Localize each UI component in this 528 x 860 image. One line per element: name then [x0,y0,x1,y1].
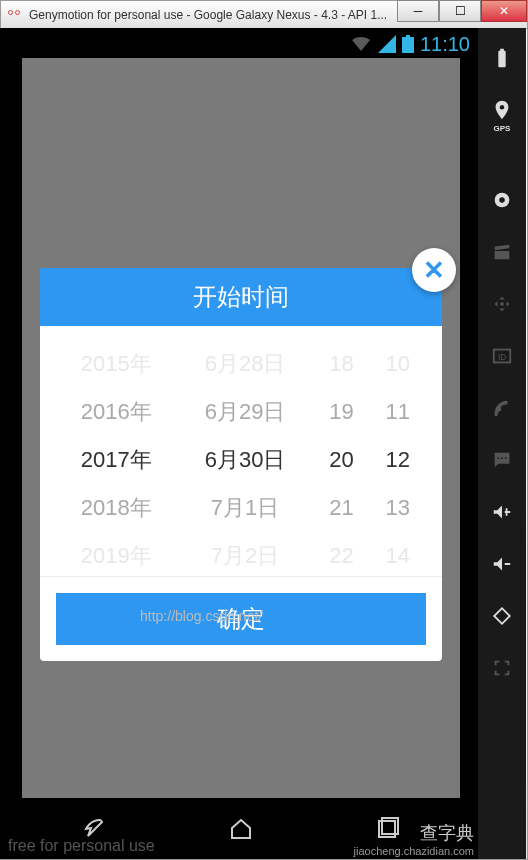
svg-point-2 [500,302,504,306]
dpad-icon[interactable] [490,292,514,316]
fullscreen-icon[interactable] [490,656,514,680]
wifi-icon [350,35,372,53]
picker-option: 7月2日 [177,532,314,568]
picker-option: 2018年 [56,484,177,532]
picker-option: 2015年 [56,340,177,388]
app-icon [7,7,23,23]
footer-brand: free for personal use [8,837,155,855]
datetime-dialog: 开始时间 ✕ 2015年 2016年 2017年 2018年 2019年 6月2… [40,268,442,661]
window-title: Genymotion for personal use - Google Gal… [29,8,397,22]
rotate-icon[interactable] [490,604,514,628]
picker-option: 11 [370,388,426,436]
picker-option: 2016年 [56,388,177,436]
svg-point-5 [497,457,499,459]
picker-option: 2019年 [56,532,177,568]
picker-option: 18 [313,340,369,388]
svg-rect-9 [402,37,414,53]
volume-up-icon[interactable] [490,500,514,524]
battery-icon[interactable] [490,46,514,70]
picker-container: 2015年 2016年 2017年 2018年 2019年 6月28日 6月29… [40,326,442,576]
picker-option: 6月30日 [177,436,314,484]
id-icon[interactable]: ID [490,344,514,368]
picker-option: 14 [370,532,426,568]
signal-icon[interactable] [490,396,514,420]
date-picker[interactable]: 6月28日 6月29日 6月30日 7月1日 7月2日 [177,340,314,568]
picker-option: 12 [370,436,426,484]
sms-icon[interactable] [490,448,514,472]
close-button[interactable]: ✕ [481,0,527,22]
confirm-button[interactable]: 确定 [56,593,426,645]
maximize-button[interactable]: ☐ [439,0,481,22]
picker-option: 19 [313,388,369,436]
svg-rect-10 [406,35,410,37]
picker-option: 2017年 [56,436,177,484]
svg-point-7 [505,457,507,459]
battery-status-icon [402,35,414,53]
cell-icon [378,35,396,53]
picker-option: 6月28日 [177,340,314,388]
svg-rect-8 [494,608,510,624]
picker-option: 13 [370,484,426,532]
picker-option: 7月1日 [177,484,314,532]
home-button[interactable] [226,814,256,848]
picker-option: 20 [313,436,369,484]
picker-option: 22 [313,532,369,568]
picker-option: 10 [370,340,426,388]
svg-text:ID: ID [498,353,506,362]
app-screen: 开始时间 ✕ 2015年 2016年 2017年 2018年 2019年 6月2… [22,58,460,798]
window-titlebar: Genymotion for personal use - Google Gal… [1,1,527,29]
clapperboard-icon[interactable] [490,240,514,264]
year-picker[interactable]: 2015年 2016年 2017年 2018年 2019年 [56,340,177,568]
volume-down-icon[interactable] [490,552,514,576]
minute-picker[interactable]: 10 11 12 13 14 [370,340,426,568]
dialog-header: 开始时间 ✕ [40,268,442,326]
gps-icon[interactable]: GPS [490,98,514,122]
dialog-close-button[interactable]: ✕ [412,248,456,292]
emulator-toolbar: GPS ID [478,28,526,859]
minimize-button[interactable]: ─ [397,0,439,22]
hour-picker[interactable]: 18 19 20 21 22 [313,340,369,568]
svg-point-1 [499,197,505,203]
picker-option: 6月29日 [177,388,314,436]
dialog-title: 开始时间 [193,281,289,313]
svg-point-6 [501,457,503,459]
picker-option: 21 [313,484,369,532]
clock: 11:10 [420,33,470,56]
android-statusbar: 11:10 [0,28,478,60]
corner-mark: 查字典 jiaocheng.chazidian.com [354,821,474,857]
camera-icon[interactable] [490,188,514,212]
